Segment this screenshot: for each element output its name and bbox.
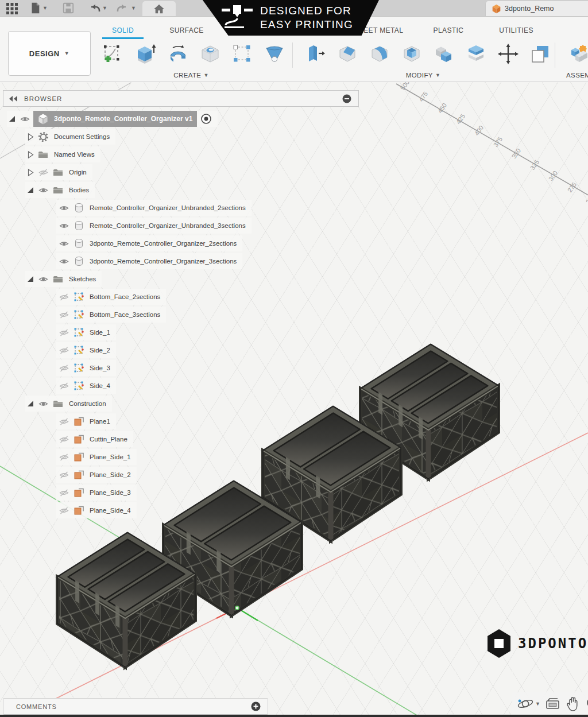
cone-tool[interactable] — [262, 41, 287, 67]
ribbon-tab-plastic[interactable]: PLASTIC — [434, 26, 464, 34]
visibility-off-icon[interactable] — [56, 347, 71, 354]
selected-node[interactable]: 3dponto_Remote_Controller_Organizer v1 — [33, 111, 197, 127]
visibility-off-icon[interactable] — [56, 507, 71, 514]
file-icon[interactable]: ▼ — [29, 0, 48, 16]
revolve-tool[interactable] — [165, 41, 191, 67]
rectangular-pattern-tool[interactable] — [230, 41, 255, 67]
browser-tree-row[interactable]: Origin — [25, 164, 92, 180]
visibility-off-icon[interactable] — [56, 293, 71, 301]
create-group-dropdown[interactable]: CREATE▼ — [173, 72, 209, 79]
expand-node-icon[interactable] — [25, 168, 36, 177]
redo-icon[interactable]: ▼ — [116, 0, 136, 16]
visibility-on-icon[interactable] — [56, 204, 71, 212]
major-grid-line — [396, 84, 588, 200]
visibility-on-icon[interactable] — [17, 115, 32, 123]
collapse-panel-icon[interactable] — [8, 95, 18, 103]
visibility-off-icon[interactable] — [56, 365, 71, 372]
apps-grid-icon[interactable] — [5, 0, 18, 16]
collapse-node-icon[interactable] — [7, 115, 17, 123]
new-component-tool[interactable] — [567, 41, 588, 67]
collapse-node-icon[interactable] — [25, 275, 36, 283]
fillet-tool[interactable] — [335, 41, 360, 67]
replace-face-tool[interactable] — [528, 41, 553, 67]
look-at-icon[interactable] — [545, 696, 561, 711]
visibility-off-icon[interactable] — [56, 311, 71, 319]
visibility-off-icon[interactable] — [56, 471, 71, 479]
browser-tree-row[interactable]: Document Settings — [25, 129, 115, 145]
collapse-node-icon[interactable] — [25, 400, 36, 408]
browser-tree-row[interactable]: Side_2 — [56, 342, 116, 358]
comments-bar[interactable]: COMMENTS — [3, 698, 268, 715]
visibility-on-icon[interactable] — [56, 240, 71, 247]
assemble-group-dropdown[interactable]: ASSEMBLE▼ — [566, 72, 588, 79]
combine-tool[interactable] — [431, 41, 457, 67]
browser-tree-row[interactable]: Plane_Side_3 — [56, 485, 137, 501]
extrude-tool[interactable] — [133, 41, 158, 67]
browser-panel-header[interactable]: BROWSER — [3, 90, 359, 107]
browser-tree-row[interactable]: Plane_Side_4 — [56, 502, 137, 518]
create-sketch-tool[interactable] — [100, 41, 125, 67]
visibility-on-icon[interactable] — [36, 276, 51, 283]
browser-tree-row[interactable]: Sketches — [25, 271, 102, 287]
visibility-off-icon[interactable] — [36, 169, 51, 176]
collapse-node-icon[interactable] — [25, 186, 36, 194]
browser-tree-row[interactable]: Side_1 — [56, 324, 116, 340]
node-label: Side_1 — [90, 329, 110, 336]
browser-tree-row[interactable]: Side_3 — [56, 360, 116, 376]
shell-tool[interactable] — [399, 41, 424, 67]
browser-tree-row[interactable]: Remote_Controller_Organizer_Unbranded_3s… — [56, 218, 252, 234]
modify-group-dropdown[interactable]: MODIFY▼ — [406, 72, 440, 79]
node-label: Remote_Controller_Organizer_Unbranded_3s… — [90, 222, 246, 229]
save-icon[interactable] — [62, 0, 75, 16]
browser-tree-row[interactable]: 3dponto_Remote_Controller_Organizer_2sec… — [56, 235, 242, 251]
visibility-off-icon[interactable] — [56, 454, 71, 461]
visibility-on-icon[interactable] — [36, 187, 51, 194]
browser-tree-row[interactable]: Plane_Side_2 — [56, 467, 137, 483]
browser-tree-row[interactable]: 3dponto_Remote_Controller_Organizer_3sec… — [56, 253, 242, 269]
activate-component-radio[interactable] — [200, 113, 212, 125]
browser-tree-row[interactable]: Bottom_Face_3sections — [56, 307, 166, 323]
browser-tree-row[interactable]: Cuttin_Plane — [56, 431, 133, 447]
visibility-off-icon[interactable] — [56, 382, 71, 390]
node-label: 3dponto_Remote_Controller_Organizer_2sec… — [90, 240, 237, 247]
ribbon-tab-surface[interactable]: SURFACE — [169, 26, 203, 34]
origin-point[interactable] — [235, 606, 239, 610]
zoom-icon[interactable] — [585, 696, 588, 711]
split-body-tool[interactable] — [463, 41, 489, 67]
add-comment-icon[interactable] — [251, 702, 261, 711]
pan-icon[interactable] — [566, 696, 581, 712]
browser-tree-row[interactable]: Plane1 — [56, 413, 116, 429]
3dponto-watermark: 3DPONTO — [486, 629, 588, 658]
browser-tree-row[interactable]: Plane_Side_1 — [56, 449, 137, 465]
document-tab[interactable]: 3dponto_Remo — [485, 1, 588, 16]
press-pull-tool[interactable] — [303, 41, 328, 67]
orbit-icon[interactable]: ▼ — [517, 696, 540, 712]
browser-tree-row[interactable]: Named Views — [25, 146, 100, 162]
visibility-off-icon[interactable] — [56, 489, 71, 497]
undo-icon[interactable]: ▼ — [87, 0, 107, 16]
expand-node-icon[interactable] — [25, 133, 36, 141]
visibility-on-icon[interactable] — [56, 258, 71, 265]
minimize-browser-icon[interactable] — [342, 94, 351, 103]
move-tool[interactable] — [496, 41, 521, 67]
visibility-off-icon[interactable] — [56, 329, 71, 336]
browser-tree-row[interactable]: Bodies — [25, 182, 95, 198]
visibility-on-icon[interactable] — [36, 400, 51, 408]
expand-node-icon[interactable] — [25, 150, 36, 159]
browser-tree-row[interactable]: Construction — [25, 396, 112, 412]
ribbon-tab-solid[interactable]: SOLID — [112, 26, 134, 34]
workspace-selector-design[interactable]: DESIGN ▼ — [8, 31, 91, 76]
visibility-off-icon[interactable] — [56, 418, 71, 425]
browser-tree-row[interactable]: Side_4 — [56, 378, 116, 394]
ribbon-tab-utilities[interactable]: UTILITIES — [499, 26, 533, 34]
browser-tree-row[interactable]: Remote_Controller_Organizer_Unbranded_2s… — [56, 200, 252, 216]
visibility-off-icon[interactable] — [56, 436, 71, 443]
chamfer-tool[interactable] — [367, 41, 392, 67]
node-label: Cuttin_Plane — [90, 436, 127, 443]
hole-tool[interactable] — [198, 41, 223, 67]
home-tab[interactable] — [142, 1, 176, 16]
browser-tree-row[interactable]: 3dponto_Remote_Controller_Organizer v1 — [7, 111, 218, 127]
axis-tick-label: 350 — [510, 147, 522, 160]
visibility-on-icon[interactable] — [56, 222, 71, 230]
browser-tree-row[interactable]: Bottom_Face_2sections — [56, 289, 166, 305]
